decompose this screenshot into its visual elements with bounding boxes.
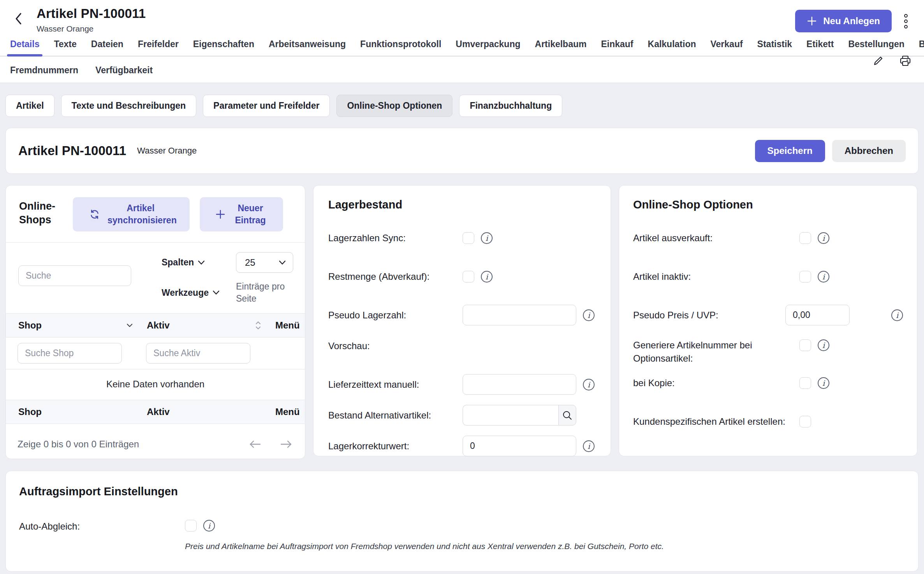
columns-dropdown[interactable]: Spalten bbox=[162, 257, 220, 268]
pill-texte-beschreibungen[interactable]: Texte und Beschreibungen bbox=[61, 95, 197, 117]
kebab-menu-icon[interactable] bbox=[902, 12, 910, 31]
article-detail-page: Artikel PN-100011 Wasser Orange Neu Anle… bbox=[0, 0, 924, 574]
pagination-next-button[interactable] bbox=[279, 437, 293, 451]
tab-bar-primary: Details Texte Dateien Freifelder Eigensc… bbox=[0, 34, 924, 57]
online-shops-title: Online-Shops bbox=[19, 200, 63, 231]
tab-eigenschaften[interactable]: Eigenschaften bbox=[193, 39, 254, 56]
shops-search-input[interactable] bbox=[18, 265, 131, 286]
info-icon[interactable]: i bbox=[481, 271, 493, 283]
pseudo-preis-input[interactable] bbox=[785, 305, 850, 325]
pill-parameter-freifelder[interactable]: Parameter und Freifelder bbox=[203, 95, 330, 117]
generiere-nummer-checkbox[interactable] bbox=[799, 339, 811, 351]
pencil-icon bbox=[872, 55, 884, 67]
label-generiere-artikelnummer: Generiere Artikelnummer bei Optionsartik… bbox=[633, 339, 799, 365]
info-icon[interactable]: i bbox=[818, 377, 829, 389]
tab-dateien[interactable]: Dateien bbox=[91, 39, 123, 56]
pill-finanzbuchhaltung[interactable]: Finanzbuchhaltung bbox=[459, 95, 562, 117]
tab-freifelder[interactable]: Freifelder bbox=[138, 39, 179, 56]
chevron-down-icon bbox=[213, 290, 220, 295]
tab-bar-secondary: Fremdnummern Verfügbarkeit bbox=[0, 57, 924, 83]
pagination-prev-button[interactable] bbox=[248, 437, 262, 451]
footer-column-menu: Menü bbox=[275, 406, 301, 417]
tab-umverpackung[interactable]: Umverpackung bbox=[456, 39, 520, 56]
pill-online-shop-optionen[interactable]: Online-Shop Optionen bbox=[336, 95, 452, 117]
article-header-card: Artikel PN-100011 Wasser Orange Speicher… bbox=[5, 128, 919, 174]
new-entry-button[interactable]: Neuer Eintrag bbox=[200, 197, 283, 231]
label-bestand-alternativ: Bestand Alternativartikel: bbox=[328, 409, 463, 422]
search-icon bbox=[562, 410, 573, 421]
shops-filter-row bbox=[6, 337, 305, 369]
lieferzeittext-input[interactable] bbox=[463, 374, 576, 395]
info-icon[interactable]: i bbox=[203, 520, 215, 532]
tab-belege[interactable]: Belege bbox=[919, 39, 924, 56]
label-lagerzahlen-sync: Lagerzahlen Sync: bbox=[328, 231, 463, 245]
auto-abgleich-checkbox[interactable] bbox=[185, 520, 197, 532]
tools-dropdown-label: Werkzeuge bbox=[162, 288, 209, 298]
info-icon[interactable]: i bbox=[818, 339, 829, 351]
info-icon[interactable]: i bbox=[818, 271, 829, 283]
title-block: Artikel PN-100011 Wasser Orange bbox=[37, 6, 146, 34]
chevron-down-icon bbox=[279, 260, 286, 265]
page-subtitle: Wasser Orange bbox=[37, 24, 146, 34]
new-create-button[interactable]: Neu Anlegen bbox=[795, 10, 892, 32]
restmenge-checkbox[interactable] bbox=[463, 271, 474, 283]
sync-icon bbox=[89, 208, 100, 220]
lagerkorrekturwert-input[interactable] bbox=[463, 436, 576, 456]
tab-statistik[interactable]: Statistik bbox=[757, 39, 792, 56]
footer-column-aktiv: Aktiv bbox=[147, 406, 275, 417]
info-icon[interactable]: i bbox=[583, 309, 595, 321]
sync-article-button[interactable]: Artikel synchronisieren bbox=[73, 197, 190, 231]
tab-kalkulation[interactable]: Kalkulation bbox=[648, 39, 696, 56]
save-button[interactable]: Speichern bbox=[755, 140, 825, 162]
cancel-button[interactable]: Abbrechen bbox=[832, 140, 906, 162]
new-entry-label: Neuer Eintrag bbox=[233, 202, 268, 226]
bestand-alternativ-input[interactable] bbox=[463, 405, 558, 426]
label-lieferzeittext: Lieferzeittext manuell: bbox=[328, 378, 463, 391]
tab-texte[interactable]: Texte bbox=[54, 39, 76, 56]
info-icon[interactable]: i bbox=[583, 379, 595, 390]
tab-funktionsprotokoll[interactable]: Funktionsprotokoll bbox=[360, 39, 441, 56]
filter-shop-input[interactable] bbox=[18, 343, 122, 364]
tab-artikelbaum[interactable]: Artikelbaum bbox=[535, 39, 587, 56]
section-pills: Artikel Texte und Beschreibungen Paramet… bbox=[0, 83, 924, 117]
tab-verfuegbarkeit[interactable]: Verfügbarkeit bbox=[95, 65, 153, 76]
tab-etikett[interactable]: Etikett bbox=[806, 39, 834, 56]
empty-state-text: Keine Daten vorhanden bbox=[6, 369, 305, 400]
tab-arbeitsanweisung[interactable]: Arbeitsanweisung bbox=[269, 39, 346, 56]
info-icon[interactable]: i bbox=[583, 440, 595, 452]
page-size-select[interactable]: 25 bbox=[236, 252, 293, 273]
footer-column-shop: Shop bbox=[18, 406, 147, 417]
column-header-shop[interactable]: Shop bbox=[18, 320, 147, 331]
pill-artikel[interactable]: Artikel bbox=[5, 95, 55, 117]
tools-dropdown[interactable]: Werkzeuge bbox=[162, 288, 220, 298]
lagerzahlen-sync-checkbox[interactable] bbox=[463, 232, 474, 244]
bei-kopie-checkbox[interactable] bbox=[799, 377, 811, 389]
edit-button[interactable] bbox=[869, 53, 887, 70]
print-button[interactable] bbox=[897, 53, 914, 70]
label-bei-kopie: bei Kopie: bbox=[633, 376, 799, 390]
sort-updown-icon bbox=[255, 321, 261, 330]
column-header-aktiv[interactable]: Aktiv bbox=[147, 320, 275, 331]
back-button[interactable] bbox=[10, 7, 27, 30]
label-lagerkorrekturwert: Lagerkorrekturwert: bbox=[328, 440, 463, 453]
pseudo-lagerzahl-input[interactable] bbox=[463, 305, 576, 325]
info-icon[interactable]: i bbox=[818, 232, 829, 244]
info-icon[interactable]: i bbox=[891, 309, 903, 321]
inaktiv-checkbox[interactable] bbox=[799, 271, 811, 283]
entries-per-page-caption: Einträge pro Seite bbox=[236, 281, 293, 305]
tab-details[interactable]: Details bbox=[10, 39, 39, 56]
info-icon[interactable]: i bbox=[481, 232, 493, 244]
filter-aktiv-input[interactable] bbox=[146, 343, 250, 364]
tab-fremdnummern[interactable]: Fremdnummern bbox=[10, 65, 78, 76]
lagerbestand-panel: Lagerbestand Lagerzahlen Sync: i Restmen… bbox=[313, 185, 611, 456]
article-lookup-button[interactable] bbox=[558, 405, 576, 426]
tab-einkauf[interactable]: Einkauf bbox=[601, 39, 633, 56]
kundenspezifisch-checkbox[interactable] bbox=[799, 416, 811, 427]
page-title: Artikel PN-100011 bbox=[37, 6, 146, 21]
label-auto-abgleich: Auto-Abgleich: bbox=[19, 520, 185, 551]
tab-verkauf[interactable]: Verkauf bbox=[711, 39, 743, 56]
shop-options-panel: Online-Shop Optionen Artikel ausverkauft… bbox=[619, 185, 917, 456]
sort-chevron-icon bbox=[127, 323, 133, 327]
ausverkauft-checkbox[interactable] bbox=[799, 232, 811, 244]
label-artikel-ausverkauft: Artikel ausverkauft: bbox=[633, 231, 799, 245]
